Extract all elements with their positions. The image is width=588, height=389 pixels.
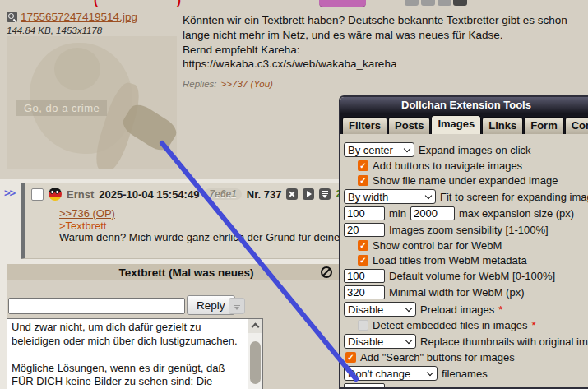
fit-screen-select[interactable]: By width (344, 189, 436, 204)
replace-thumbnails-select[interactable]: Disable (344, 334, 416, 349)
preload-images-select[interactable]: Disable (344, 302, 416, 317)
quick-reply-form: Textbrett (Mal was neues) ↑ Reply Und zw… (7, 264, 366, 389)
button-fragment (438, 0, 451, 6)
option-row: Show file name under expanded image (358, 174, 588, 187)
panel-tabbar: Filters Posts Images Links Form Common (340, 113, 588, 134)
thumbnail-caption: Go, do a crime (16, 100, 107, 116)
chevron-down-icon (405, 337, 412, 344)
option-row: Disable Preload images* (344, 302, 588, 317)
show-filename-checkbox[interactable] (358, 175, 368, 186)
option-row: Visibility for NSFW images [0-100%] (344, 383, 588, 389)
play-icon (307, 191, 312, 197)
quote-link[interactable]: >>736 (OP) (59, 207, 115, 220)
option-row: Don't change filenames (344, 366, 588, 381)
button-fragment (405, 0, 419, 6)
button-fragment (453, 0, 467, 6)
chevron-down-icon (404, 146, 410, 152)
post-date: 2025-10-04 15:54:49 (99, 188, 199, 201)
subject-fragment: ( (94, 0, 98, 7)
dollchan-panel: Dollchan Extension Tools Filters Posts I… (339, 95, 588, 389)
option-row: Load titles from WebM metadata (358, 254, 588, 266)
max-expansion-input[interactable] (410, 206, 455, 220)
webm-minwidth-input[interactable] (344, 285, 385, 299)
replies-label: Replies: (183, 79, 217, 89)
webm-titles-checkbox[interactable] (358, 255, 368, 266)
option-row: Show control bar for WebM (358, 239, 588, 252)
webm-controlbar-checkbox[interactable] (358, 240, 368, 251)
min-expansion-input[interactable] (344, 206, 385, 220)
expand-images-select[interactable]: By center (344, 142, 414, 157)
replies-row: Replies:>>737 (You) (183, 79, 273, 89)
expand-down-icon (322, 191, 328, 198)
reply-backlink[interactable]: >>737 (You) (221, 79, 273, 89)
file-meta: 144.84 KB, 1453x1178 (7, 25, 177, 35)
badge-fragment (319, 0, 366, 7)
reply-button[interactable]: Reply (187, 295, 235, 315)
search-buttons-checkbox[interactable] (345, 352, 356, 363)
option-row: Add buttons to navigate images (358, 160, 588, 172)
chevron-down-icon (405, 305, 412, 312)
file-link[interactable]: 1755657247419514.jpg (21, 11, 137, 23)
filenames-select[interactable]: Don't change (344, 366, 438, 381)
option-row: Minimal width for WebM (px) (344, 285, 588, 299)
textarea-scrollbar[interactable] (248, 319, 262, 389)
option-row: min max expansion size (px) (344, 206, 588, 220)
reply-draft-text: Und zwar nicht, um dich dafür gezielt zu… (12, 321, 247, 389)
expand-form-button[interactable] (229, 298, 245, 314)
tab-filters[interactable]: Filters (342, 117, 387, 134)
option-row: Detect embedded files in images* (358, 319, 588, 331)
panel-body: By center Expand images on click Add but… (340, 134, 588, 389)
play-button[interactable] (303, 188, 314, 200)
op-thumbnail[interactable]: Go, do a crime (7, 36, 177, 169)
panel-title[interactable]: Dollchan Extension Tools (340, 97, 588, 113)
tab-links[interactable]: Links (482, 117, 523, 134)
zoom-sensibility-input[interactable] (344, 223, 385, 237)
reply-textarea[interactable]: Und zwar nicht, um dich dafür gezielt zu… (7, 318, 263, 389)
chevron-up-icon (252, 323, 260, 331)
chevron-down-icon (427, 369, 433, 376)
option-row: Images zoom sensibility [1-100%] (344, 223, 588, 237)
magnifier-icon[interactable] (7, 12, 17, 22)
op-message: Könnten wir ein Textbrett haben? Deutsch… (183, 13, 587, 72)
form-header[interactable]: Textbrett (Mal was neues) ↑ (7, 264, 366, 280)
name-input[interactable] (8, 298, 185, 314)
thumbnail-artwork (54, 48, 100, 90)
nav-buttons-checkbox[interactable] (358, 160, 368, 171)
scrollbar-thumb[interactable] (250, 341, 261, 384)
button-fragment (421, 0, 435, 6)
op-file-block: 1755657247419514.jpg 144.84 KB, 1453x117… (7, 11, 177, 35)
side-arrows: >> (4, 187, 15, 199)
option-row: Add "Search" buttons for images (345, 351, 588, 364)
scroll-up-button[interactable] (248, 319, 262, 333)
tab-posts[interactable]: Posts (388, 117, 430, 134)
option-row: Default volume for WebM [0-100%] (344, 269, 588, 283)
block-icon[interactable] (321, 266, 332, 278)
option-row: By width Fit to screen for expanding ima… (344, 189, 588, 204)
tab-images[interactable]: Images (431, 115, 481, 134)
post-number[interactable]: Nr. 737 (247, 188, 282, 201)
germany-ball-icon (49, 188, 62, 201)
poster-name: Ernst (67, 188, 94, 201)
nsfw-visibility-input[interactable] (344, 383, 385, 389)
expand-post-button[interactable] (319, 188, 331, 200)
chevron-down-icon (425, 192, 432, 199)
option-row: Disable Replace thumbnails with original… (344, 334, 588, 349)
tab-common[interactable]: Common (565, 117, 588, 134)
subject-fragment: ) (177, 0, 181, 7)
post-select-checkbox[interactable] (31, 188, 44, 201)
poster-id-badge: 7e6e1 (204, 188, 241, 200)
expand-down-icon (234, 303, 240, 310)
close-icon (289, 191, 295, 197)
hide-post-button[interactable] (286, 188, 298, 200)
webm-volume-input[interactable] (344, 269, 385, 283)
imageboard-page: ( ) 1755657247419514.jpg 144.84 KB, 1453… (0, 0, 588, 389)
thread-title: Textbrett (Mal was neues) (118, 266, 253, 279)
tab-form[interactable]: Form (524, 117, 564, 134)
detect-embedded-checkbox[interactable] (358, 320, 368, 331)
option-row: By center Expand images on click (344, 142, 588, 157)
